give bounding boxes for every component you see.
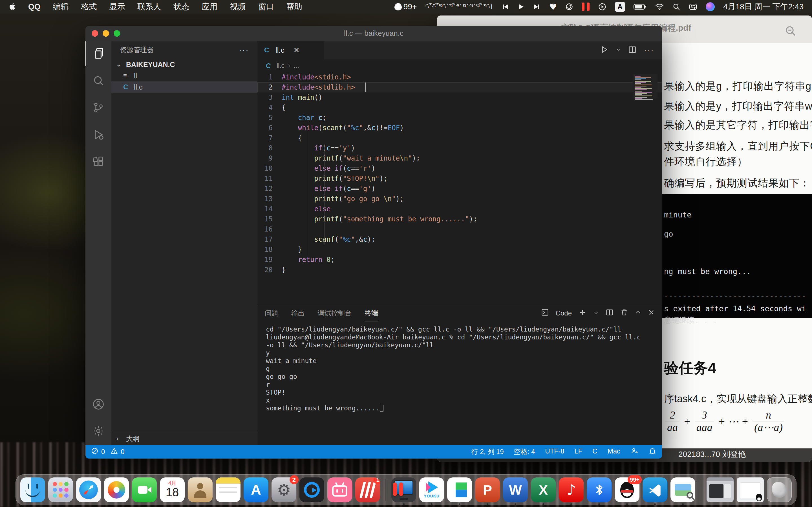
- menu-item-显示[interactable]: 显示: [109, 1, 125, 12]
- dock-item-notes[interactable]: [216, 477, 241, 502]
- split-terminal-icon[interactable]: [606, 308, 613, 318]
- dock-item-bilibili[interactable]: [327, 477, 352, 502]
- media-next-icon[interactable]: [533, 3, 541, 10]
- code-line-4[interactable]: 4{: [257, 103, 662, 113]
- dock-item-powerpoint[interactable]: P: [475, 477, 500, 502]
- input-method-icon[interactable]: A: [615, 2, 625, 12]
- editor-more-icon[interactable]: ···: [644, 45, 654, 55]
- breadcrumb-symbol[interactable]: …: [294, 62, 300, 69]
- dock-item-excel[interactable]: X: [531, 477, 556, 502]
- new-terminal-icon[interactable]: [578, 308, 587, 318]
- status-item[interactable]: 空格: 4: [514, 447, 535, 456]
- warnings-icon[interactable]: [110, 447, 118, 456]
- apple-menu-icon[interactable]: [8, 2, 16, 12]
- file-item-ll[interactable]: ≡ll: [111, 70, 257, 81]
- screen-mirroring-icon[interactable]: [598, 3, 606, 11]
- code-line-8[interactable]: 8 if(c=='y'): [257, 143, 662, 153]
- dock-item-settings[interactable]: ⚙2: [271, 477, 296, 502]
- heart-icon[interactable]: ♥: [549, 2, 557, 12]
- dock-item-vscode[interactable]: [643, 477, 667, 502]
- run-dropdown-icon[interactable]: [616, 47, 621, 53]
- extensions-icon[interactable]: [86, 149, 111, 174]
- explorer-icon[interactable]: [86, 41, 111, 66]
- qq-message-badge[interactable]: 99+: [395, 2, 417, 11]
- vscode-window[interactable]: ll.c — baikeyuan.c: [86, 26, 662, 459]
- dock-item-word[interactable]: W: [503, 477, 528, 502]
- account-icon[interactable]: [86, 392, 111, 417]
- status-item[interactable]: C: [592, 447, 597, 456]
- code-line-13[interactable]: 13 printf("go go go \n");: [257, 194, 662, 204]
- code-line-12[interactable]: 12 else if(c=='g'): [257, 184, 662, 194]
- status-item[interactable]: LF: [574, 447, 582, 456]
- sidebar-folder-baikeyuan[interactable]: ⌄ BAIKEYUAN.C: [111, 59, 257, 70]
- zoom-out-icon[interactable]: [784, 25, 797, 38]
- file-item-ll.c[interactable]: Cll.c: [111, 81, 257, 93]
- code-line-20[interactable]: 20}: [257, 265, 662, 275]
- menu-item-应用[interactable]: 应用: [202, 1, 218, 12]
- code-line-17[interactable]: 17 scanf("%c",&c);: [257, 234, 662, 244]
- spotlight-search-icon[interactable]: [672, 3, 680, 11]
- explorer-more-icon[interactable]: ···: [239, 45, 249, 55]
- menu-item-联系人[interactable]: 联系人: [138, 1, 161, 12]
- code-line-14[interactable]: 14 else: [257, 204, 662, 214]
- terminal-profile-label[interactable]: Code: [556, 309, 572, 317]
- terminal-dropdown-icon[interactable]: [593, 309, 599, 317]
- code-line-7[interactable]: 7 {: [257, 133, 662, 143]
- dock-item-quicktime[interactable]: [299, 477, 324, 502]
- panel-tab-终端[interactable]: 终端: [364, 305, 378, 321]
- minimap[interactable]: [633, 74, 658, 99]
- source-control-icon[interactable]: [86, 95, 111, 120]
- settings-gear-icon[interactable]: [86, 418, 111, 444]
- menu-app-name[interactable]: QQ: [28, 2, 41, 11]
- siri-icon[interactable]: [706, 2, 715, 11]
- code-line-11[interactable]: 11 printf("STOP!\n");: [257, 173, 662, 184]
- menu-item-视频[interactable]: 视频: [230, 1, 246, 12]
- recording-indicator-icon[interactable]: [581, 3, 590, 11]
- menu-item-状态[interactable]: 状态: [174, 1, 190, 12]
- code-line-19[interactable]: 19 return 0;: [257, 255, 662, 265]
- dock-item-youku[interactable]: YOUKU: [419, 477, 444, 502]
- media-previous-icon[interactable]: [501, 3, 509, 10]
- control-center-icon[interactable]: [689, 3, 697, 11]
- code-line-3[interactable]: 3int main(): [257, 93, 662, 103]
- minimize-window-button[interactable]: [103, 30, 109, 37]
- close-window-button[interactable]: [92, 30, 98, 37]
- dock-item-music[interactable]: ♪: [559, 477, 583, 502]
- code-line-6[interactable]: 6 while(scanf("%c",&c)!=EOF): [257, 123, 662, 133]
- code-line-16[interactable]: 16: [257, 224, 662, 234]
- dock-item-thumb1[interactable]: [707, 477, 733, 502]
- dock-item-finder[interactable]: [20, 477, 45, 502]
- music-app-menu-icon[interactable]: [565, 3, 573, 11]
- close-panel-icon[interactable]: [648, 309, 655, 318]
- sidebar-outline-section[interactable]: › 大纲: [111, 432, 257, 445]
- code-line-15[interactable]: 15 printf("something must be wrong......…: [257, 214, 662, 224]
- search-icon[interactable]: [86, 68, 111, 93]
- panel-tab-问题[interactable]: 问题: [265, 305, 278, 321]
- dock-item-preview[interactable]: [670, 477, 695, 502]
- menu-item-帮助[interactable]: 帮助: [287, 1, 302, 12]
- dock-item-bluetooth[interactable]: [587, 477, 612, 502]
- dock-item-videoplayer[interactable]: [447, 477, 472, 502]
- dock-item-photos[interactable]: [104, 477, 129, 502]
- media-play-icon[interactable]: [518, 3, 524, 10]
- dock-item-appstore[interactable]: A: [244, 477, 268, 502]
- vscode-title-bar[interactable]: ll.c — baikeyuan.c: [86, 26, 662, 41]
- battery-icon[interactable]: [633, 3, 647, 10]
- menu-item-窗口[interactable]: 窗口: [258, 1, 274, 12]
- breadcrumb-file[interactable]: ll.c: [276, 62, 285, 69]
- feedback-icon[interactable]: [630, 447, 638, 457]
- dock-item-contacts[interactable]: [188, 477, 213, 502]
- dock-item-trash[interactable]: [767, 477, 792, 502]
- dock-item-qq[interactable]: 99+: [615, 477, 640, 502]
- run-button[interactable]: [600, 45, 608, 55]
- tab-llc[interactable]: C ll.c ✕: [257, 41, 324, 59]
- code-editor[interactable]: 1#include<stdio.h>2#include<stdlib.h>3in…: [257, 72, 662, 305]
- dock-item-reader[interactable]: 1: [355, 477, 380, 502]
- dock-item-safari[interactable]: [76, 477, 101, 502]
- breadcrumb[interactable]: C ll.c › …: [257, 59, 662, 72]
- status-item[interactable]: UTF-8: [545, 447, 564, 456]
- panel-tab-输出[interactable]: 输出: [291, 305, 305, 321]
- code-line-9[interactable]: 9 printf("wait a minute\n");: [257, 153, 662, 163]
- dock-item-facetime[interactable]: [132, 477, 157, 502]
- warning-count[interactable]: 0: [121, 448, 124, 456]
